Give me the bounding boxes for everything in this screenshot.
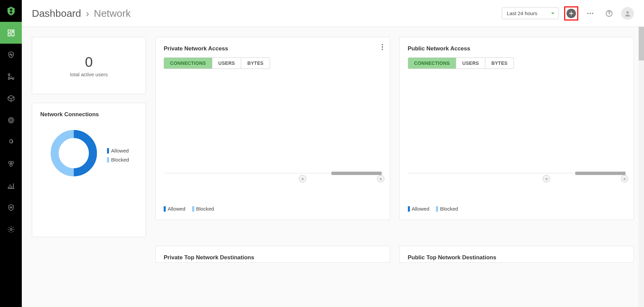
- header: Dashboard › Network Last 24 hours: [22, 0, 644, 27]
- slider-selection[interactable]: [331, 172, 382, 175]
- sidebar-item-analytics[interactable]: [0, 175, 22, 196]
- sidebar-item-identity[interactable]: [0, 131, 22, 153]
- header-actions: Last 24 hours: [502, 6, 634, 20]
- chart-area: ⊜ ⊜: [164, 74, 382, 202]
- dots-horizontal-icon: [587, 12, 594, 14]
- metric-tabs: CONNECTIONS USERS BYTES: [408, 57, 514, 69]
- tab-bytes[interactable]: BYTES: [485, 58, 514, 69]
- donut-chart: [49, 128, 99, 178]
- svg-rect-3: [8, 34, 10, 36]
- breadcrumb-root[interactable]: Dashboard: [32, 8, 81, 19]
- metric-tabs: CONNECTIONS USERS BYTES: [164, 57, 270, 69]
- help-icon: [605, 10, 613, 17]
- tab-connections[interactable]: CONNECTIONS: [408, 58, 457, 69]
- svg-point-10: [8, 161, 11, 164]
- svg-point-9: [10, 120, 11, 121]
- swatch-allowed: [164, 206, 166, 212]
- legend-blocked: Blocked: [436, 206, 458, 212]
- tab-bytes[interactable]: BYTES: [241, 58, 269, 69]
- slider-handle-right[interactable]: ⊜: [377, 175, 384, 182]
- sidebar-item-policy[interactable]: [0, 196, 22, 218]
- card-title: Private Network Access: [164, 45, 382, 52]
- svg-point-18: [609, 15, 609, 15]
- legend-allowed: Allowed: [408, 206, 430, 212]
- network-connections-card: Network Connections Allowed Blocked: [32, 103, 146, 237]
- svg-point-13: [10, 228, 12, 230]
- private-destinations-card: Private Top Network Destinations: [155, 246, 390, 263]
- card-title: Public Network Access: [408, 45, 626, 52]
- svg-point-15: [590, 13, 591, 14]
- slider-handle-left[interactable]: ⊜: [543, 175, 550, 182]
- sidebar-item-package[interactable]: [0, 87, 22, 109]
- more-button[interactable]: [584, 7, 597, 20]
- add-button-highlight: [564, 6, 578, 20]
- svg-point-4: [8, 74, 10, 75]
- time-range-select[interactable]: Last 24 hours: [502, 7, 559, 19]
- svg-point-5: [8, 78, 10, 79]
- svg-rect-0: [8, 30, 10, 32]
- sidebar-item-topology[interactable]: [0, 65, 22, 87]
- public-network-card: Public Network Access CONNECTIONS USERS …: [399, 37, 634, 220]
- chevron-right-icon: ›: [86, 8, 89, 19]
- sidebar-item-integrations[interactable]: [0, 153, 22, 175]
- legend-allowed: Allowed: [164, 206, 185, 212]
- chart-area: ⊜ ⊜: [408, 74, 626, 202]
- sidebar-item-settings[interactable]: [0, 218, 22, 240]
- svg-rect-2: [12, 32, 14, 36]
- add-button[interactable]: [567, 9, 576, 18]
- card-title: Network Connections: [40, 111, 138, 118]
- svg-point-16: [592, 13, 593, 14]
- tab-users[interactable]: USERS: [456, 58, 485, 69]
- svg-point-19: [627, 11, 629, 13]
- breadcrumb: Dashboard › Network: [32, 8, 131, 19]
- plus-icon: [569, 11, 574, 16]
- svg-rect-1: [12, 30, 14, 31]
- scrollbar-track[interactable]: [639, 0, 644, 307]
- svg-point-6: [12, 78, 14, 79]
- chart-legend: Allowed Blocked: [164, 206, 382, 212]
- time-slider[interactable]: ⊜ ⊜: [164, 172, 382, 182]
- tab-users[interactable]: USERS: [212, 58, 241, 69]
- private-network-card: Private Network Access CONNECTIONS USERS…: [155, 37, 390, 220]
- swatch-blocked: [192, 206, 194, 212]
- slider-handle-right[interactable]: ⊜: [621, 175, 628, 182]
- swatch-allowed: [107, 148, 109, 154]
- svg-point-12: [10, 164, 12, 166]
- active-users-label: total active users: [70, 72, 108, 77]
- time-range-label: Last 24 hours: [507, 10, 537, 16]
- legend-allowed: Allowed: [107, 148, 129, 154]
- legend-blocked: Blocked: [107, 157, 129, 163]
- svg-point-14: [587, 13, 589, 14]
- swatch-blocked: [107, 157, 109, 163]
- sidebar-item-target[interactable]: [0, 109, 22, 131]
- main-content: 0 total active users Network Connections…: [22, 27, 644, 307]
- time-slider[interactable]: ⊜ ⊜: [408, 172, 626, 182]
- card-title: Private Top Network Destinations: [164, 254, 382, 261]
- svg-point-11: [11, 161, 13, 164]
- user-icon: [624, 10, 631, 17]
- slider-handle-left[interactable]: ⊜: [299, 175, 306, 182]
- card-menu-button[interactable]: [382, 44, 383, 50]
- sidebar-item-health[interactable]: [0, 44, 22, 65]
- public-destinations-card: Public Top Network Destinations: [399, 246, 634, 263]
- help-button[interactable]: [602, 7, 616, 20]
- active-users-card: 0 total active users: [32, 37, 146, 94]
- card-title: Public Top Network Destinations: [408, 254, 626, 261]
- sidebar: [0, 0, 22, 307]
- user-avatar[interactable]: [621, 7, 634, 20]
- slider-selection[interactable]: [575, 172, 626, 175]
- swatch-allowed: [408, 206, 410, 212]
- logo: [0, 0, 22, 22]
- swatch-blocked: [436, 206, 438, 212]
- breadcrumb-current: Network: [94, 8, 131, 19]
- legend-blocked: Blocked: [192, 206, 214, 212]
- chart-legend: Allowed Blocked: [408, 206, 626, 212]
- tab-connections[interactable]: CONNECTIONS: [164, 58, 212, 69]
- sidebar-item-dashboard[interactable]: [0, 22, 22, 44]
- active-users-value: 0: [85, 54, 93, 70]
